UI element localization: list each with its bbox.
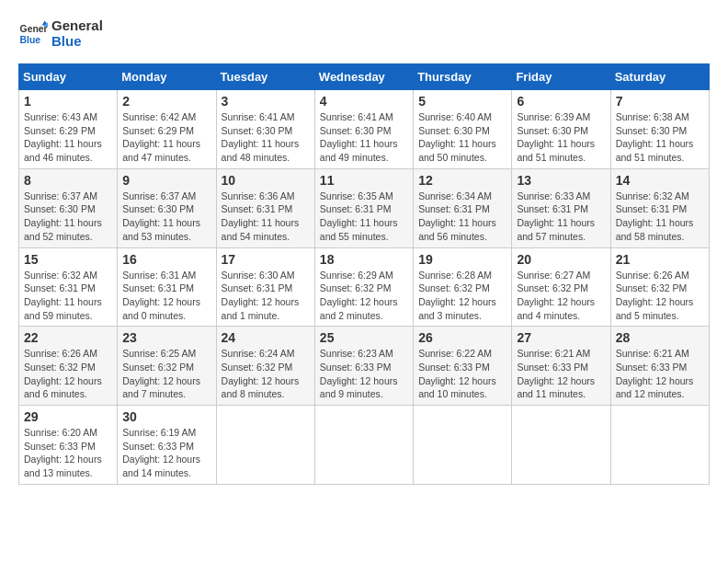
day-number: 7	[616, 94, 704, 109]
day-info: Sunrise: 6:42 AM Sunset: 6:29 PM Dayligh…	[122, 110, 210, 165]
day-info: Sunrise: 6:32 AM Sunset: 6:31 PM Dayligh…	[24, 269, 112, 323]
calendar-cell: 16Sunrise: 6:31 AM Sunset: 6:31 PM Dayli…	[118, 247, 216, 327]
day-info: Sunrise: 6:32 AM Sunset: 6:31 PM Dayligh…	[616, 190, 704, 244]
calendar-week-1: 1Sunrise: 6:43 AM Sunset: 6:29 PM Daylig…	[19, 90, 710, 169]
calendar-cell: 13Sunrise: 6:33 AM Sunset: 6:31 PM Dayli…	[512, 168, 610, 247]
day-number: 17	[222, 252, 310, 267]
day-info: Sunrise: 6:23 AM Sunset: 6:33 PM Dayligh…	[320, 347, 408, 401]
calendar-cell: 19Sunrise: 6:28 AM Sunset: 6:32 PM Dayli…	[414, 247, 512, 327]
day-info: Sunrise: 6:40 AM Sunset: 6:30 PM Dayligh…	[418, 110, 506, 165]
calendar-cell: 1Sunrise: 6:43 AM Sunset: 6:29 PM Daylig…	[19, 90, 118, 169]
day-number: 14	[616, 173, 704, 188]
day-number: 25	[320, 330, 408, 345]
day-number: 26	[418, 330, 506, 345]
calendar-week-3: 15Sunrise: 6:32 AM Sunset: 6:31 PM Dayli…	[19, 247, 710, 327]
day-info: Sunrise: 6:33 AM Sunset: 6:31 PM Dayligh…	[517, 190, 605, 244]
day-info: Sunrise: 6:34 AM Sunset: 6:31 PM Dayligh…	[418, 190, 506, 244]
day-info: Sunrise: 6:19 AM Sunset: 6:33 PM Dayligh…	[122, 426, 210, 480]
day-number: 10	[222, 173, 310, 188]
day-info: Sunrise: 6:38 AM Sunset: 6:30 PM Dayligh…	[616, 110, 704, 165]
calendar-cell: 20Sunrise: 6:27 AM Sunset: 6:32 PM Dayli…	[512, 247, 610, 327]
day-info: Sunrise: 6:24 AM Sunset: 6:32 PM Dayligh…	[222, 347, 310, 401]
day-number: 4	[320, 94, 408, 109]
day-info: Sunrise: 6:26 AM Sunset: 6:32 PM Dayligh…	[24, 347, 112, 401]
day-info: Sunrise: 6:41 AM Sunset: 6:30 PM Dayligh…	[222, 110, 310, 165]
day-number: 19	[418, 252, 506, 267]
calendar-week-5: 29Sunrise: 6:20 AM Sunset: 6:33 PM Dayli…	[19, 406, 710, 485]
calendar-cell: 14Sunrise: 6:32 AM Sunset: 6:31 PM Dayli…	[610, 168, 709, 247]
calendar-week-2: 8Sunrise: 6:37 AM Sunset: 6:30 PM Daylig…	[19, 168, 710, 247]
calendar-cell: 4Sunrise: 6:41 AM Sunset: 6:30 PM Daylig…	[314, 90, 413, 169]
day-info: Sunrise: 6:43 AM Sunset: 6:29 PM Dayligh…	[24, 110, 112, 165]
column-header-thursday: Thursday	[414, 64, 512, 90]
calendar-cell: 9Sunrise: 6:37 AM Sunset: 6:30 PM Daylig…	[118, 168, 216, 247]
calendar-cell	[314, 406, 413, 485]
calendar-cell: 24Sunrise: 6:24 AM Sunset: 6:32 PM Dayli…	[216, 327, 314, 406]
calendar-cell: 11Sunrise: 6:35 AM Sunset: 6:31 PM Dayli…	[314, 168, 413, 247]
logo: General Blue General Blue	[18, 18, 103, 49]
day-number: 13	[517, 173, 605, 188]
calendar-cell: 23Sunrise: 6:25 AM Sunset: 6:32 PM Dayli…	[118, 327, 216, 406]
day-info: Sunrise: 6:25 AM Sunset: 6:32 PM Dayligh…	[122, 347, 210, 401]
day-number: 28	[616, 330, 704, 345]
day-info: Sunrise: 6:37 AM Sunset: 6:30 PM Dayligh…	[24, 190, 112, 244]
calendar-cell	[512, 406, 610, 485]
logo-icon: General Blue	[18, 19, 48, 49]
calendar-cell: 6Sunrise: 6:39 AM Sunset: 6:30 PM Daylig…	[512, 90, 610, 169]
calendar-cell: 27Sunrise: 6:21 AM Sunset: 6:33 PM Dayli…	[512, 327, 610, 406]
calendar-cell: 18Sunrise: 6:29 AM Sunset: 6:32 PM Dayli…	[314, 247, 413, 327]
day-number: 27	[517, 330, 605, 345]
calendar-cell	[610, 406, 709, 485]
day-info: Sunrise: 6:30 AM Sunset: 6:31 PM Dayligh…	[222, 269, 310, 323]
calendar-body: 1Sunrise: 6:43 AM Sunset: 6:29 PM Daylig…	[19, 90, 710, 485]
day-info: Sunrise: 6:28 AM Sunset: 6:32 PM Dayligh…	[418, 269, 506, 323]
column-header-wednesday: Wednesday	[314, 64, 413, 90]
calendar-cell: 21Sunrise: 6:26 AM Sunset: 6:32 PM Dayli…	[610, 247, 709, 327]
calendar-cell: 17Sunrise: 6:30 AM Sunset: 6:31 PM Dayli…	[216, 247, 314, 327]
day-info: Sunrise: 6:29 AM Sunset: 6:32 PM Dayligh…	[320, 269, 408, 323]
day-number: 6	[517, 94, 605, 109]
day-number: 29	[24, 409, 112, 424]
day-info: Sunrise: 6:20 AM Sunset: 6:33 PM Dayligh…	[24, 426, 112, 480]
day-number: 24	[222, 330, 310, 345]
day-number: 9	[122, 173, 210, 188]
column-header-saturday: Saturday	[610, 64, 709, 90]
calendar-cell	[414, 406, 512, 485]
calendar-cell: 5Sunrise: 6:40 AM Sunset: 6:30 PM Daylig…	[414, 90, 512, 169]
day-number: 30	[122, 409, 210, 424]
calendar-week-4: 22Sunrise: 6:26 AM Sunset: 6:32 PM Dayli…	[19, 327, 710, 406]
day-number: 2	[122, 94, 210, 109]
day-number: 23	[122, 330, 210, 345]
day-number: 15	[24, 252, 112, 267]
calendar-cell	[216, 406, 314, 485]
calendar-cell: 15Sunrise: 6:32 AM Sunset: 6:31 PM Dayli…	[19, 247, 118, 327]
day-number: 20	[517, 252, 605, 267]
day-number: 1	[24, 94, 112, 109]
logo-general-text: General	[51, 18, 103, 34]
svg-text:Blue: Blue	[20, 34, 41, 44]
page-header: General Blue General Blue	[18, 18, 710, 49]
day-number: 11	[320, 173, 408, 188]
calendar-cell: 30Sunrise: 6:19 AM Sunset: 6:33 PM Dayli…	[118, 406, 216, 485]
column-header-monday: Monday	[118, 64, 216, 90]
day-info: Sunrise: 6:37 AM Sunset: 6:30 PM Dayligh…	[122, 190, 210, 244]
calendar-cell: 26Sunrise: 6:22 AM Sunset: 6:33 PM Dayli…	[414, 327, 512, 406]
day-info: Sunrise: 6:31 AM Sunset: 6:31 PM Dayligh…	[122, 269, 210, 323]
calendar-cell: 29Sunrise: 6:20 AM Sunset: 6:33 PM Dayli…	[19, 406, 118, 485]
day-info: Sunrise: 6:35 AM Sunset: 6:31 PM Dayligh…	[320, 190, 408, 244]
day-number: 21	[616, 252, 704, 267]
day-number: 16	[122, 252, 210, 267]
calendar-cell: 28Sunrise: 6:21 AM Sunset: 6:33 PM Dayli…	[610, 327, 709, 406]
calendar-table: SundayMondayTuesdayWednesdayThursdayFrid…	[18, 63, 710, 485]
calendar-cell: 25Sunrise: 6:23 AM Sunset: 6:33 PM Dayli…	[314, 327, 413, 406]
logo-blue-text: Blue	[51, 34, 103, 50]
day-info: Sunrise: 6:36 AM Sunset: 6:31 PM Dayligh…	[222, 190, 310, 244]
calendar-cell: 12Sunrise: 6:34 AM Sunset: 6:31 PM Dayli…	[414, 168, 512, 247]
day-number: 18	[320, 252, 408, 267]
day-info: Sunrise: 6:39 AM Sunset: 6:30 PM Dayligh…	[517, 110, 605, 165]
day-number: 5	[418, 94, 506, 109]
day-info: Sunrise: 6:27 AM Sunset: 6:32 PM Dayligh…	[517, 269, 605, 323]
day-number: 12	[418, 173, 506, 188]
calendar-header-row: SundayMondayTuesdayWednesdayThursdayFrid…	[19, 64, 710, 90]
column-header-sunday: Sunday	[19, 64, 118, 90]
